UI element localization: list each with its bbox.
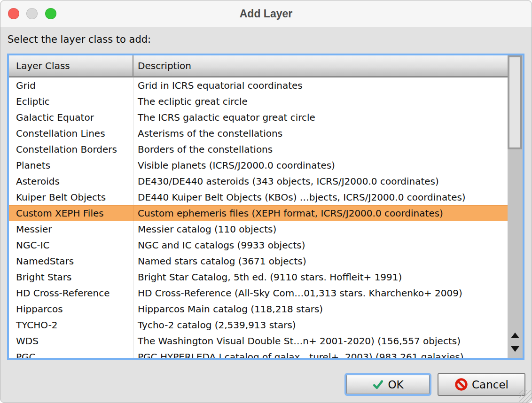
- table-row[interactable]: NamedStars Named stars catalog (3671 obj…: [9, 253, 508, 269]
- cell-layer-class: PGC: [9, 349, 133, 358]
- ok-button[interactable]: OK: [344, 373, 431, 396]
- ok-button-label: OK: [388, 379, 403, 391]
- cell-description: HD Cross-Reference (All-Sky Com…01,313 s…: [133, 285, 508, 301]
- cell-description: Borders of the constellations: [133, 141, 508, 157]
- table-row[interactable]: PGC PGC HYPERLEDA I catalog of galax…tur…: [9, 349, 508, 358]
- cell-description: Grid in ICRS equatorial coordinates: [133, 78, 508, 93]
- table-row[interactable]: Hipparcos Hipparcos Main catalog (118,21…: [9, 301, 508, 317]
- cell-description: Asterisms of the constellations: [133, 125, 508, 141]
- cell-layer-class: Messier: [9, 221, 133, 237]
- triangle-down-icon[interactable]: [511, 346, 519, 352]
- cell-layer-class: Constellation Lines: [9, 125, 133, 141]
- triangle-up-icon[interactable]: [511, 333, 519, 338]
- cell-layer-class: NGC-IC: [9, 237, 133, 253]
- window-title: Add Layer: [0, 0, 532, 27]
- layer-class-table: Layer Class Description Grid Grid in ICR…: [7, 54, 524, 360]
- add-layer-dialog: Add Layer Select the layer class to add:…: [0, 0, 532, 403]
- cell-layer-class: Ecliptic: [9, 93, 133, 109]
- vertical-scrollbar[interactable]: [508, 55, 523, 358]
- table-header: Layer Class Description: [9, 55, 508, 78]
- cell-description: The Washington Visual Double St…n+ 2001-…: [133, 333, 508, 349]
- cell-layer-class: Hipparcos: [9, 301, 133, 317]
- table-row[interactable]: Bright Stars Bright Star Catalog, 5th ed…: [9, 269, 508, 285]
- table-row[interactable]: Grid Grid in ICRS equatorial coordinates: [9, 78, 508, 93]
- cell-description: Custom ephemeris files (XEPH format, ICR…: [133, 206, 508, 221]
- column-header-layer-class[interactable]: Layer Class: [9, 55, 133, 76]
- table-row[interactable]: Custom XEPH Files Custom ephemeris files…: [9, 205, 508, 221]
- cell-description: NGC and IC catalogs (9933 objects): [133, 237, 508, 253]
- table-row[interactable]: Ecliptic The ecliptic great circle: [9, 93, 508, 109]
- prompt-label: Select the layer class to add:: [8, 34, 151, 45]
- cell-layer-class: Kuiper Belt Objects: [9, 189, 133, 205]
- cell-layer-class: Grid: [9, 78, 133, 93]
- cell-description: Visible planets (ICRS/J2000.0 coordinate…: [133, 157, 508, 173]
- cell-description: Hipparcos Main catalog (118,218 stars): [133, 301, 508, 317]
- table-body: Grid Grid in ICRS equatorial coordinates…: [9, 78, 508, 358]
- cell-layer-class: Custom XEPH Files: [9, 206, 133, 221]
- cancel-button-label: Cancel: [472, 379, 509, 391]
- table-row[interactable]: NGC-IC NGC and IC catalogs (9933 objects…: [9, 237, 508, 253]
- check-icon: [372, 379, 384, 390]
- table-row[interactable]: Constellation Borders Borders of the con…: [9, 141, 508, 157]
- cell-layer-class: NamedStars: [9, 253, 133, 269]
- titlebar[interactable]: Add Layer: [0, 0, 532, 27]
- cancel-button[interactable]: Cancel: [438, 373, 525, 396]
- scrollbar-thumb[interactable]: [508, 55, 522, 149]
- table-row[interactable]: Messier Messier catalog (110 objects): [9, 221, 508, 237]
- table-row[interactable]: Asteroids DE430/DE440 asteroids (343 obj…: [9, 173, 508, 189]
- table-row[interactable]: Kuiper Belt Objects DE440 Kuiper Belt Ob…: [9, 189, 508, 205]
- table-row[interactable]: Planets Visible planets (ICRS/J2000.0 co…: [9, 157, 508, 173]
- cell-description: DE430/DE440 asteroids (343 objects, ICRS…: [133, 173, 508, 189]
- cell-description: The ecliptic great circle: [133, 93, 508, 109]
- column-header-description[interactable]: Description: [133, 55, 508, 76]
- cell-layer-class: Constellation Borders: [9, 141, 133, 157]
- cell-description: DE440 Kuiper Belt Objects (KBOs) …bjects…: [133, 189, 508, 205]
- cell-layer-class: Bright Stars: [9, 269, 133, 285]
- cell-layer-class: WDS: [9, 333, 133, 349]
- table-row[interactable]: Galactic Equator The ICRS galactic equat…: [9, 109, 508, 125]
- cell-description: The ICRS galactic equator great circle: [133, 109, 508, 125]
- cell-layer-class: Asteroids: [9, 173, 133, 189]
- cell-description: Tycho-2 catalog (2,539,913 stars): [133, 317, 508, 333]
- cell-description: Messier catalog (110 objects): [133, 221, 508, 237]
- table-content: Layer Class Description Grid Grid in ICR…: [9, 55, 508, 358]
- cell-description: PGC HYPERLEDA I catalog of galax…turel+,…: [133, 349, 508, 358]
- resize-grip[interactable]: [519, 390, 532, 403]
- table-row[interactable]: HD Cross-Reference HD Cross-Reference (A…: [9, 285, 508, 301]
- cell-layer-class: Galactic Equator: [9, 109, 133, 125]
- no-entry-icon: [454, 378, 468, 391]
- cell-description: Named stars catalog (3671 objects): [133, 253, 508, 269]
- cell-layer-class: HD Cross-Reference: [9, 285, 133, 301]
- cell-description: Bright Star Catalog, 5th ed. (9110 stars…: [133, 269, 508, 285]
- table-row[interactable]: WDS The Washington Visual Double St…n+ 2…: [9, 333, 508, 349]
- cell-layer-class: Planets: [9, 157, 133, 173]
- table-row[interactable]: TYCHO-2 Tycho-2 catalog (2,539,913 stars…: [9, 317, 508, 333]
- table-row[interactable]: Constellation Lines Asterisms of the con…: [9, 125, 508, 141]
- cell-layer-class: TYCHO-2: [9, 317, 133, 333]
